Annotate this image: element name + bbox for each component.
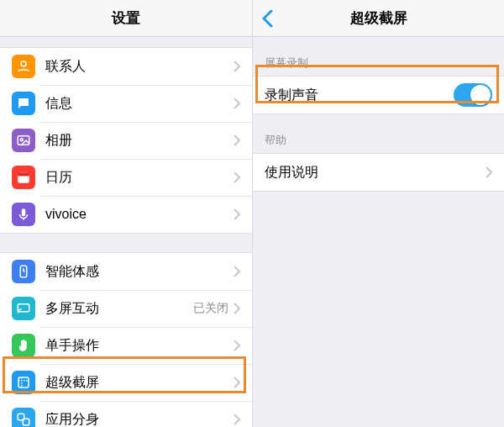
detail-title: 超级截屏 (350, 8, 407, 28)
row-label: 联系人 (45, 58, 234, 76)
section-header-help: 帮助 (253, 114, 504, 153)
row-photos[interactable]: 相册 (0, 122, 252, 159)
row-vivoice[interactable]: vivoice (0, 196, 252, 233)
row-calendar[interactable]: 日历 (0, 159, 252, 196)
row-label: 相册 (45, 132, 234, 150)
row-onehand[interactable]: 单手操作 (0, 327, 252, 364)
detail-navbar: 超级截屏 (253, 0, 504, 37)
hand-icon (12, 334, 35, 357)
contacts-icon (12, 55, 35, 78)
settings-pane: 设置 联系人 信息 相册 (0, 0, 252, 427)
smart-icon (12, 260, 35, 283)
chevron-right-icon (234, 340, 240, 351)
chevron-right-icon (234, 208, 240, 220)
chevron-right-icon (234, 61, 240, 72)
usage-label: 使用说明 (265, 164, 486, 182)
section-header-recording: 屏幕录制 (253, 37, 504, 76)
svg-point-0 (21, 61, 26, 66)
svg-rect-4 (18, 173, 29, 177)
super-screenshot-pane: 超级截屏 屏幕录制 录制声音 帮助 使用说明 (252, 0, 504, 427)
row-super-screenshot[interactable]: 超级截屏 (0, 364, 252, 401)
row-messages[interactable]: 信息 (0, 85, 252, 122)
settings-group-2: 智能体感 多屏互动 已关闭 单手操作 (0, 252, 252, 427)
settings-navbar: 设置 (0, 0, 252, 37)
chevron-right-icon (234, 98, 240, 109)
chevron-right-icon (234, 134, 240, 146)
chevron-right-icon (234, 266, 240, 277)
toggle-knob (470, 85, 491, 105)
row-label: 应用分身 (45, 411, 234, 428)
row-label: 智能体感 (45, 263, 234, 281)
help-group: 使用说明 (253, 153, 504, 192)
svg-rect-5 (22, 208, 26, 216)
row-label: 超级截屏 (45, 374, 234, 392)
chevron-right-icon (234, 171, 240, 183)
message-icon (12, 92, 35, 115)
row-appclone[interactable]: 应用分身 (0, 401, 252, 427)
row-label: 多屏互动 (45, 300, 193, 318)
photo-icon (12, 129, 35, 152)
chevron-right-icon (234, 414, 240, 425)
row-multiscreen[interactable]: 多屏互动 已关闭 (0, 290, 252, 327)
row-value: 已关闭 (193, 301, 228, 316)
mic-icon (12, 203, 35, 226)
record-audio-label: 录制声音 (265, 87, 454, 104)
appclone-icon (12, 408, 35, 427)
svg-rect-8 (18, 377, 29, 387)
row-label: 日历 (45, 169, 234, 187)
svg-point-2 (20, 139, 23, 141)
svg-rect-7 (18, 304, 29, 312)
row-usage[interactable]: 使用说明 (253, 154, 504, 191)
back-button[interactable] (261, 9, 273, 28)
record-audio-toggle[interactable] (454, 83, 492, 107)
cast-icon (12, 297, 35, 320)
row-label: 单手操作 (45, 337, 234, 355)
row-label: 信息 (45, 95, 234, 113)
row-label: vivoice (45, 207, 234, 222)
row-record-audio[interactable]: 录制声音 (253, 76, 504, 113)
row-smartsense[interactable]: 智能体感 (0, 253, 252, 290)
settings-group-1: 联系人 信息 相册 日 (0, 47, 252, 234)
screenshot-icon (12, 371, 35, 394)
chevron-right-icon (486, 166, 492, 178)
settings-title: 设置 (112, 8, 140, 28)
calendar-icon (12, 166, 35, 189)
chevron-right-icon (234, 377, 240, 388)
row-contacts[interactable]: 联系人 (0, 48, 252, 85)
recording-group: 录制声音 (253, 76, 504, 114)
chevron-right-icon (234, 303, 240, 314)
